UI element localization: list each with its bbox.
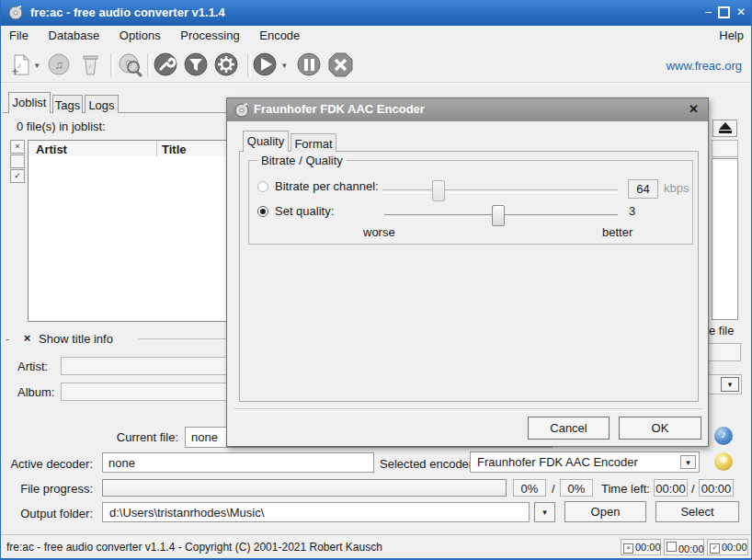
bitrate-radio[interactable] [257, 181, 268, 192]
joblist-count: 0 file(s) in joblist: [17, 120, 106, 133]
general-settings-icon[interactable] [154, 52, 178, 77]
chevron-down-icon[interactable]: ▾ [680, 455, 696, 469]
check-box-icon: ✓ [710, 543, 720, 554]
time-track: 00:00 [654, 479, 688, 497]
empty-box-icon [667, 542, 677, 552]
start-dropdown-icon[interactable]: ▾ [282, 61, 287, 70]
app-logo-icon [8, 5, 24, 20]
output-folder-combo[interactable]: d:\Users\tristanrhodes\Music\ [102, 502, 530, 522]
start-conversion-icon[interactable] [253, 52, 278, 77]
add-files-icon[interactable]: ♪ + [7, 52, 32, 77]
encoder-config-icon[interactable]: ✱ [714, 452, 733, 471]
pause-conversion-icon[interactable] [297, 52, 322, 77]
tab-tags[interactable]: Tags [52, 95, 83, 113]
menu-encode[interactable]: Encode [251, 26, 308, 45]
artist-label: Artist: [17, 360, 48, 373]
svg-text:♪: ♪ [88, 62, 92, 70]
dialog-separator [234, 408, 702, 412]
maximize-button[interactable] [718, 6, 730, 18]
stop-conversion-icon[interactable] [328, 52, 353, 77]
joblist-icon[interactable]: ♫ [47, 52, 72, 77]
menu-bar: File Database Options Processing Encode … [1, 26, 752, 46]
bitrate-slider-thumb[interactable] [432, 180, 445, 201]
add-files-dropdown-icon[interactable]: ▾ [35, 61, 40, 70]
toolbar-separator [147, 53, 151, 77]
menu-processing[interactable]: Processing [172, 26, 247, 45]
group-label: Bitrate / Quality [257, 154, 347, 167]
svg-text:+: + [12, 65, 18, 77]
menu-options[interactable]: Options [111, 26, 169, 45]
column-title[interactable]: Title [162, 143, 187, 156]
timer-all: ×00:00 [621, 539, 661, 555]
column-divider[interactable] [156, 141, 157, 156]
album-label: Album: [17, 385, 54, 399]
status-bar: fre:ac - free audio converter v1.1.4 - C… [1, 534, 752, 559]
menu-help[interactable]: Help [715, 29, 747, 42]
drive-box[interactable] [712, 140, 738, 157]
timer-selected: ✓00:00 [707, 539, 748, 555]
track-percent: 0% [513, 479, 546, 497]
toolbar-separator [110, 53, 114, 77]
tab-joblist[interactable]: Joblist [8, 92, 51, 113]
current-file-label: Current file: [91, 430, 178, 444]
file-progress-bar [102, 479, 507, 497]
window-titlebar: fre:ac - free audio converter v1.1.4 – ✕ [1, 0, 752, 26]
info-ball-icon[interactable]: ♪ [714, 427, 733, 445]
track-list[interactable] [712, 158, 738, 320]
bitrate-label: Bitrate per channel: [275, 179, 379, 193]
encode-single-file-label: e file [709, 324, 734, 337]
dialog-tab-quality[interactable]: Quality [243, 131, 289, 152]
encoder-dialog: Fraunhofer FDK AAC Encoder ✕ Quality For… [226, 97, 709, 447]
file-progress-label: File progress: [6, 482, 93, 496]
bitrate-slider-track[interactable] [382, 189, 618, 193]
eject-button[interactable] [712, 120, 737, 137]
encoder-settings-icon[interactable] [214, 52, 239, 77]
minimize-button[interactable]: – [705, 6, 712, 18]
chevron-down-icon[interactable]: ▾ [721, 377, 739, 392]
scale-worse-label: worse [363, 225, 395, 239]
toolbar-separator [247, 53, 251, 77]
cancel-button[interactable]: Cancel [528, 417, 610, 440]
selected-encoder-label: Selected encoder: [380, 457, 476, 471]
collapse-handle[interactable]: - [6, 332, 9, 346]
active-decoder-value: none [102, 452, 374, 473]
quality-label: Set quality: [275, 204, 334, 218]
freac-website-link[interactable]: www.freac.org [667, 59, 742, 73]
tab-logs[interactable]: Logs [85, 95, 119, 113]
select-all-button[interactable]: × [10, 140, 25, 154]
select-folder-button[interactable]: Select [655, 501, 739, 522]
close-button[interactable]: ✕ [736, 6, 746, 18]
column-artist[interactable]: Artist [36, 143, 67, 156]
quality-value: 3 [629, 204, 635, 218]
dialog-close-button[interactable]: ✕ [689, 102, 699, 116]
cddb-query-icon[interactable] [118, 52, 142, 77]
show-title-info-checkbox[interactable]: × [20, 331, 34, 345]
dialog-titlebar[interactable]: Fraunhofer FDK AAC Encoder ✕ [227, 98, 708, 121]
output-folder-dropdown-button[interactable]: ▾ [534, 502, 555, 522]
app-window: fre:ac - free audio converter v1.1.4 – ✕… [0, 0, 752, 560]
active-decoder-label: Active decoder: [6, 457, 93, 471]
clear-joblist-icon[interactable]: ♪ [78, 52, 103, 77]
eject-icon [719, 122, 732, 130]
dialog-tab-format[interactable]: Format [291, 133, 336, 152]
selected-encoder-dropdown[interactable]: Fraunhofer FDK AAC Encoder ▾ [470, 451, 700, 473]
scale-better-label: better [602, 225, 632, 239]
show-title-info-label: Show title info [39, 332, 113, 346]
svg-text:♫: ♫ [54, 58, 63, 72]
time-left-label: Time left: [601, 482, 650, 496]
quality-radio[interactable] [257, 206, 268, 217]
cross-box-icon: × [623, 543, 633, 554]
timer-none: 00:00 [664, 539, 704, 555]
select-none-button[interactable] [10, 154, 25, 168]
bitrate-value-field[interactable]: 64 [628, 179, 658, 199]
menu-file[interactable]: File [1, 26, 37, 45]
quality-slider-thumb[interactable] [492, 205, 505, 226]
processing-settings-icon[interactable] [184, 52, 209, 77]
ok-button[interactable]: OK [619, 417, 701, 440]
menu-database[interactable]: Database [40, 26, 108, 45]
toggle-selection-button[interactable]: ✓ [10, 169, 25, 183]
dialog-logo-icon [234, 102, 250, 118]
statusbar-text: fre:ac - free audio converter v1.1.4 - C… [6, 541, 382, 554]
open-folder-button[interactable]: Open [564, 501, 646, 522]
bitrate-unit: kbps [664, 181, 689, 195]
